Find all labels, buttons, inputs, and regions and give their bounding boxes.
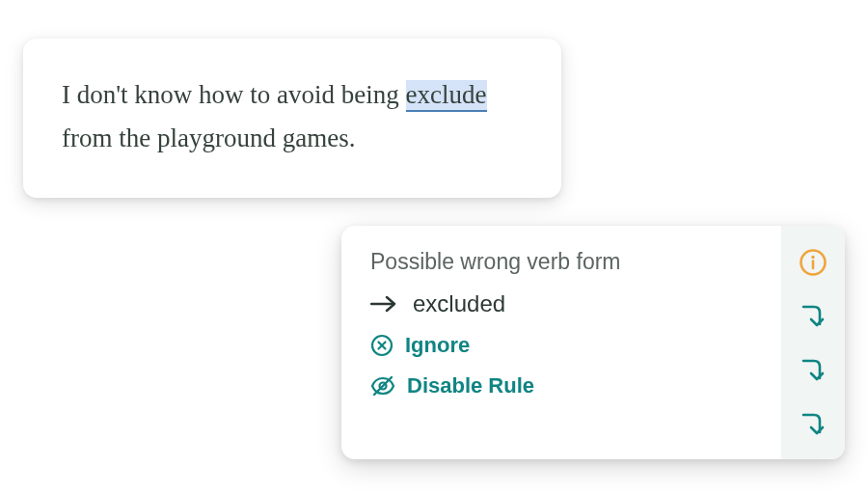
popup-side-column [781,226,845,459]
arrow-right-icon [370,294,397,314]
corner-down-arrow-icon [800,303,826,330]
sentence-text[interactable]: I don't know how to avoid being exclude … [62,73,523,159]
apply-suggestion-button[interactable]: excluded [370,290,762,317]
popup-title: Possible wrong verb form [370,249,762,275]
text-after: from the playground games. [62,124,355,152]
close-circle-icon [370,334,393,357]
popup-main-column: Possible wrong verb form excluded Ignore [341,226,781,459]
suggestion-text: excluded [413,290,505,317]
ignore-button[interactable]: Ignore [370,333,762,358]
info-icon [799,248,827,277]
text-before: I don't know how to avoid being [62,80,406,109]
text-editor-card: I don't know how to avoid being exclude … [23,39,561,198]
corner-down-arrow-icon [800,357,826,384]
insert-suggestion-button[interactable] [798,301,828,332]
ignore-label: Ignore [405,333,470,358]
insert-suggestion-button-2[interactable] [798,355,828,386]
svg-point-7 [811,256,814,259]
disable-label: Disable Rule [407,373,534,398]
eye-off-icon [370,374,395,398]
info-button[interactable] [798,247,828,278]
disable-rule-button[interactable]: Disable Rule [370,373,762,398]
corner-down-arrow-icon [800,411,826,438]
insert-suggestion-button-3[interactable] [798,409,828,440]
flagged-word[interactable]: exclude [406,80,487,112]
grammar-suggestion-popup: Possible wrong verb form excluded Ignore [341,226,845,459]
